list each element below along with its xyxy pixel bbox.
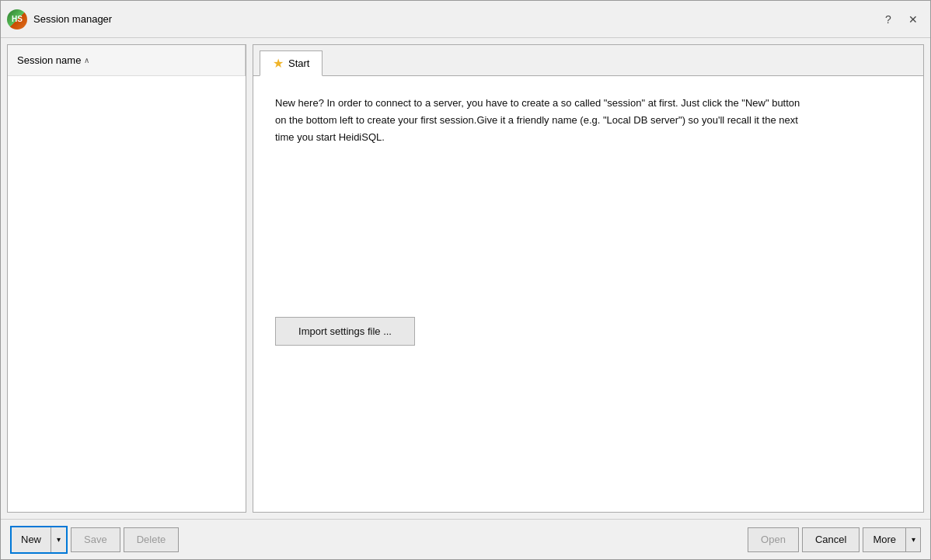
open-button[interactable]: Open	[748, 527, 799, 552]
import-settings-button[interactable]: Import settings file ...	[275, 317, 415, 346]
tab-start[interactable]: ★ Start	[260, 50, 323, 76]
close-button[interactable]: ✕	[902, 9, 924, 30]
bottom-bar: New ▾ Save Delete Open Cancel More ▾	[1, 519, 930, 559]
cancel-button[interactable]: Cancel	[802, 527, 860, 552]
left-panel: Session name ∧	[7, 44, 246, 513]
tab-bar: ★ Start	[253, 45, 923, 76]
help-button[interactable]: ?	[877, 9, 899, 30]
right-panel: ★ Start New here? In order to connect to…	[253, 44, 924, 513]
content-area: Session name ∧ ★ Start New here? In orde…	[1, 38, 930, 519]
tab-start-label: Start	[288, 57, 309, 69]
new-button[interactable]: New	[12, 527, 51, 552]
window-title: Session manager	[33, 13, 877, 25]
tab-start-content: New here? In order to connect to a serve…	[253, 76, 923, 512]
welcome-message: New here? In order to connect to a serve…	[275, 95, 804, 146]
star-icon: ★	[273, 56, 284, 71]
more-button[interactable]: More	[863, 527, 905, 552]
session-list-header: Session name ∧	[8, 45, 246, 76]
sort-arrow-icon: ∧	[84, 56, 89, 64]
column-divider	[245, 45, 246, 76]
more-dropdown-button[interactable]: ▾	[905, 527, 921, 552]
save-button[interactable]: Save	[71, 527, 120, 552]
session-list-body[interactable]	[8, 76, 246, 512]
session-manager-window: HS Session manager ? ✕ Session name ∧	[0, 0, 931, 560]
delete-button[interactable]: Delete	[124, 527, 180, 552]
new-split-button: New ▾	[10, 526, 68, 554]
title-bar: HS Session manager ? ✕	[1, 1, 930, 38]
title-bar-controls: ? ✕	[877, 9, 924, 30]
new-dropdown-button[interactable]: ▾	[51, 527, 66, 552]
more-split-button: More ▾	[863, 527, 921, 552]
session-name-column-header[interactable]: Session name ∧	[8, 54, 245, 66]
app-logo: HS	[7, 9, 27, 30]
